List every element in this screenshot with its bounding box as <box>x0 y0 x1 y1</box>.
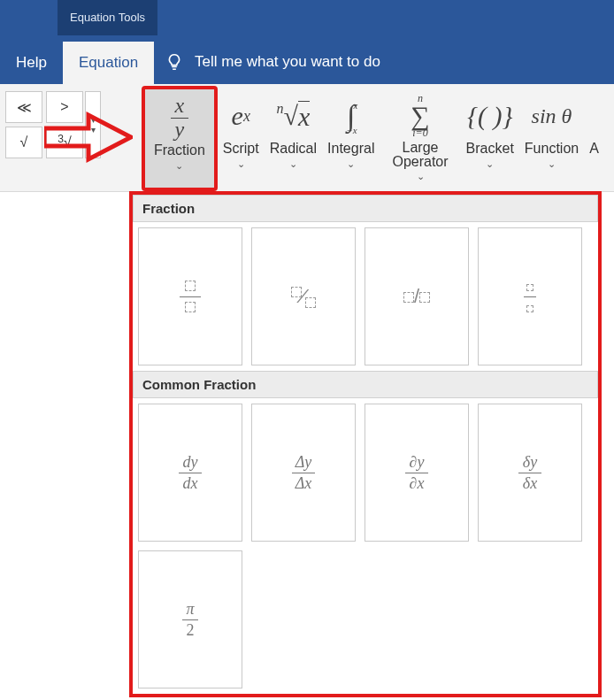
chevron-down-icon: ⌄ <box>417 171 425 182</box>
tab-help[interactable]: Help <box>0 42 63 84</box>
fraction-delta-y-delta-x[interactable]: δyδx <box>478 404 582 542</box>
fraction-linear[interactable]: / <box>365 227 469 365</box>
chevron-down-icon: ⌄ <box>486 158 494 170</box>
fraction-dy-dx[interactable]: dydx <box>138 404 242 542</box>
integral-icon: ∫x−x <box>347 91 355 141</box>
symbol-box[interactable]: > <box>46 91 83 123</box>
fraction-Delta-y-Delta-x[interactable]: ΔyΔx <box>251 404 356 542</box>
sigma-icon: n ∑ i=0 <box>411 91 429 141</box>
chevron-down-icon: ⌄ <box>548 158 556 170</box>
fraction-label: Fraction <box>154 142 205 158</box>
chevron-down-icon: ⌄ <box>237 158 245 170</box>
function-icon: sin θ <box>532 91 572 141</box>
integral-label: Integral <box>327 141 374 157</box>
symbol-box[interactable]: √ <box>5 127 42 158</box>
bracket-icon: {( )} <box>467 91 512 141</box>
fraction-button-highlight: xy Fraction ⌄ <box>142 86 218 191</box>
ribbon-tabs: Help Equation Tell me what you want to d… <box>0 35 614 84</box>
bracket-button[interactable]: {( )} Bracket ⌄ <box>461 86 519 191</box>
tell-me-text: Tell me what you want to do <box>195 53 380 71</box>
script-button[interactable]: ex Script ⌄ <box>218 86 265 191</box>
lightbulb-icon <box>165 52 184 72</box>
fraction-button[interactable]: xy Fraction ⌄ <box>145 89 214 172</box>
large-operator-label: Large Operator <box>392 141 448 169</box>
integral-button[interactable]: ∫x−x Integral ⌄ <box>322 86 380 191</box>
contextual-tab-label: Equation Tools <box>58 0 157 35</box>
symbols-more[interactable]: ▾▾ <box>85 91 101 158</box>
accent-button[interactable]: A <box>584 86 599 191</box>
bracket-label: Bracket <box>466 141 514 157</box>
script-icon: ex <box>232 91 250 141</box>
symbol-box[interactable]: ≪ <box>5 91 42 123</box>
symbols-gallery[interactable]: ≪ > √ 3√ <box>4 86 85 191</box>
fraction-skewed[interactable]: ∕ <box>251 227 356 365</box>
function-button[interactable]: sin θ Function ⌄ <box>519 86 584 191</box>
tab-equation[interactable]: Equation <box>63 42 154 84</box>
fraction-stacked[interactable] <box>138 227 242 365</box>
accent-label: A <box>589 141 599 157</box>
radical-icon: n√x <box>276 91 310 141</box>
symbol-box[interactable]: 3√ <box>46 127 83 158</box>
chevron-down-icon: ⌄ <box>175 160 183 172</box>
fraction-icon: xy <box>171 93 188 142</box>
fraction-partial-y-partial-x[interactable]: ∂y∂x <box>365 404 469 542</box>
chevron-down-icon: ⌄ <box>289 158 297 170</box>
chevron-down-icon: ⌄ <box>347 158 355 170</box>
large-operator-button[interactable]: n ∑ i=0 Large Operator ⌄ <box>380 86 460 191</box>
ribbon: ≪ > √ 3√ ▾▾ xy Fraction ⌄ ex Script ⌄ n√… <box>0 84 614 192</box>
radical-button[interactable]: n√x Radical ⌄ <box>265 86 322 191</box>
dropdown-section-common: Common Fraction <box>133 371 598 398</box>
fraction-dropdown: Fraction ∕ / Common Fraction dydx ΔyΔx ∂… <box>129 191 602 697</box>
fraction-small[interactable] <box>478 227 582 365</box>
script-label: Script <box>223 141 259 157</box>
tell-me-search[interactable]: Tell me what you want to do <box>154 52 391 84</box>
fraction-pi-2[interactable]: π2 <box>138 550 242 688</box>
radical-label: Radical <box>270 141 317 157</box>
dropdown-section-fraction: Fraction <box>133 195 598 222</box>
function-label: Function <box>525 141 579 157</box>
